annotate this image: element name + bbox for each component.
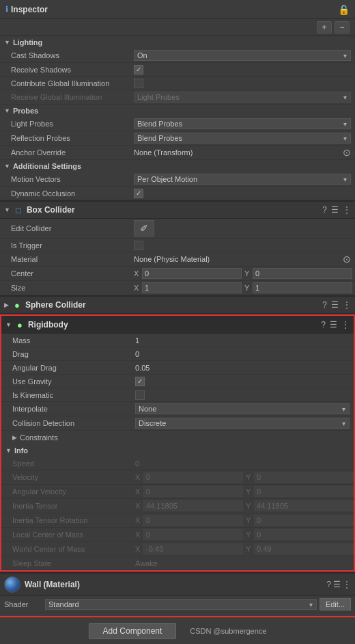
box-collider-header[interactable]: ▼ □ Box Collider ? ☰ ⋮ (0, 201, 355, 219)
receive-gi-dropdown-wrapper: Light Probes (134, 92, 351, 103)
reflection-probes-dropdown[interactable]: Blend Probes (134, 133, 351, 144)
lighting-section-header[interactable]: ▼ Lighting (0, 36, 355, 49)
edit-collider-button[interactable]: ✐ (134, 220, 154, 237)
light-probes-label: Light Probes (11, 120, 134, 128)
box-size-row: Size X Y Z (0, 281, 355, 295)
is-kinematic-checkbox[interactable] (135, 390, 145, 400)
cast-shadows-dropdown[interactable]: On (134, 50, 351, 61)
motion-vectors-row: Motion Vectors Per Object Motion (0, 172, 355, 187)
drag-label: Drag (12, 350, 135, 358)
receive-shadows-row: Receive Shadows ✓ (0, 63, 355, 77)
wcom-xyz: X Y Z (135, 544, 355, 554)
anchor-override-value: None (Transform) (134, 148, 340, 157)
edit-collider-icon: ✐ (140, 223, 148, 234)
box-center-x-input[interactable] (142, 268, 242, 279)
additional-settings-header[interactable]: ▼ Additional Settings (0, 160, 355, 172)
local-com-row: Local Center of Mass X Y Z (1, 528, 354, 542)
light-probes-dropdown-wrapper[interactable]: Blend Probes (134, 118, 351, 129)
shader-edit-button[interactable]: Edit... (320, 598, 351, 611)
box-size-y-field: Y (244, 282, 352, 293)
rigidbody-header[interactable]: ▼ ● Rigidbody ? ☰ ⋮ (1, 316, 354, 334)
material-help[interactable]: ? (326, 580, 331, 589)
shader-dropdown-wrapper[interactable]: Standard (45, 599, 317, 610)
interpolate-dropdown[interactable]: None (135, 403, 350, 414)
cast-shadows-dropdown-wrapper[interactable]: On (134, 50, 351, 61)
edit-collider-row: Edit Collider ✐ (0, 219, 355, 239)
additional-settings-title: Additional Settings (13, 162, 81, 170)
box-center-row: Center X Y Z (0, 267, 355, 281)
box-material-label: Material (11, 255, 134, 263)
is-kinematic-label: Is Kinematic (12, 391, 135, 399)
interpolate-label: Interpolate (12, 405, 135, 413)
material-header[interactable]: Wall (Material) ? ☰ ⋮ (0, 573, 355, 596)
box-center-y-input[interactable] (253, 268, 352, 279)
box-material-target[interactable]: ⊙ (343, 254, 351, 265)
collision-detection-dropdown-wrapper[interactable]: Discrete (135, 418, 350, 429)
add-component-button[interactable]: Add Component (89, 623, 177, 639)
motion-vectors-dropdown-wrapper[interactable]: Per Object Motion (134, 174, 351, 185)
collision-detection-dropdown[interactable]: Discrete (135, 418, 350, 429)
box-collider-help[interactable]: ? (322, 205, 327, 215)
reflection-probes-row: Reflection Probes Blend Probes (0, 131, 355, 146)
rigidbody-icon: ● (14, 319, 25, 330)
use-gravity-checkbox[interactable]: ✓ (135, 377, 145, 386)
probes-section-header[interactable]: ▼ Probes (0, 105, 355, 117)
contribute-gi-checkbox[interactable] (134, 79, 143, 88)
add-button[interactable]: + (317, 21, 332, 33)
is-trigger-checkbox[interactable] (134, 241, 143, 250)
sphere-collider-actions: ? ☰ ⋮ (322, 300, 351, 310)
material-name: Wall (Material) (25, 580, 326, 589)
dynamic-occlusion-row: Dynamic Occlusion ✓ (0, 187, 355, 200)
motion-vectors-label: Motion Vectors (11, 175, 134, 183)
rigidbody-title: Rigidbody (28, 320, 321, 330)
use-gravity-label: Use Gravity (12, 377, 135, 386)
wcom-label: World Center of Mass (12, 545, 135, 553)
shader-dropdown[interactable]: Standard (45, 599, 317, 610)
light-probes-dropdown[interactable]: Blend Probes (134, 118, 351, 129)
it-x-input (143, 500, 243, 511)
info-section-title: Info (14, 446, 28, 455)
cast-shadows-row: Cast Shadows On (0, 49, 355, 63)
box-material-row: Material None (Physic Material) ⊙ (0, 252, 355, 267)
sphere-collider-help[interactable]: ? (322, 300, 327, 310)
sphere-collider-menu[interactable]: ⋮ (343, 300, 351, 310)
inertia-tensor-rotation-row: Inertia Tensor Rotation X Y Z (1, 513, 354, 528)
wcom-y-input (254, 544, 354, 554)
sphere-collider-header[interactable]: ▶ ● Sphere Collider ? ☰ ⋮ (0, 296, 355, 314)
is-kinematic-row: Is Kinematic (1, 388, 354, 402)
is-trigger-row: Is Trigger (0, 239, 355, 252)
dynamic-occlusion-checkbox[interactable]: ✓ (134, 189, 143, 198)
box-size-x-field: X (134, 282, 242, 293)
sphere-collider-settings[interactable]: ☰ (331, 300, 339, 310)
box-collider-settings[interactable]: ☰ (331, 205, 339, 215)
info-section-header[interactable]: ▼ Info (1, 444, 354, 457)
remove-button[interactable]: − (335, 21, 350, 33)
angular-drag-value: 0.05 (135, 364, 350, 372)
speed-value: 0 (135, 459, 350, 468)
box-collider-actions: ? ☰ ⋮ (322, 205, 351, 215)
itr-y-input (254, 515, 354, 526)
box-size-x-input[interactable] (142, 282, 242, 293)
anchor-target-icon[interactable]: ⊙ (343, 147, 351, 158)
receive-gi-dropdown: Light Probes (134, 92, 351, 103)
material-settings[interactable]: ☰ (333, 580, 341, 589)
rigidbody-help[interactable]: ? (321, 320, 326, 330)
box-size-y-input[interactable] (253, 282, 352, 293)
interpolate-dropdown-wrapper[interactable]: None (135, 403, 350, 414)
rigidbody-menu[interactable]: ⋮ (341, 320, 350, 330)
additional-settings-arrow: ▼ (4, 163, 10, 170)
constraints-arrow[interactable]: ▶ (12, 434, 17, 441)
box-collider-menu[interactable]: ⋮ (343, 205, 351, 215)
speed-row: Speed 0 (1, 457, 354, 470)
receive-shadows-checkbox[interactable]: ✓ (134, 65, 143, 75)
material-menu[interactable]: ⋮ (343, 580, 351, 589)
rigidbody-settings[interactable]: ☰ (330, 320, 337, 330)
reflection-probes-dropdown-wrapper[interactable]: Blend Probes (134, 133, 351, 144)
constraints-label: Constraints (20, 433, 143, 442)
box-center-label: Center (11, 269, 134, 278)
lock-icon[interactable]: 🔒 (338, 4, 350, 15)
box-center-x-field: X (134, 268, 242, 279)
material-ball-icon (4, 576, 20, 593)
motion-vectors-dropdown[interactable]: Per Object Motion (134, 174, 351, 185)
inspector-title: Inspector (11, 5, 338, 14)
